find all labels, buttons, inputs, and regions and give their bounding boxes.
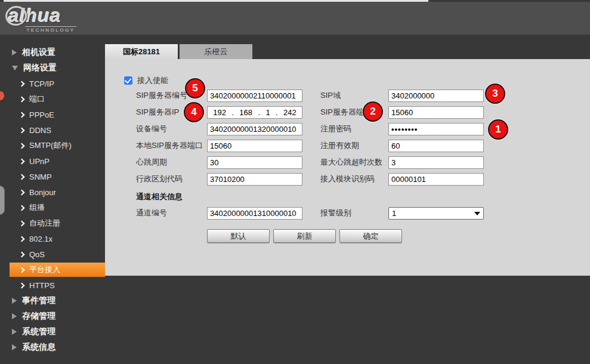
sidebar-item-label: UPnP <box>29 157 50 166</box>
alarm-level-value: 1 <box>392 209 396 218</box>
sidebar-item-label: 自动注册 <box>29 218 60 229</box>
triangle-right-icon <box>12 298 17 304</box>
channel-id-input[interactable] <box>207 207 302 220</box>
enable-access-label: 接入使能 <box>137 75 168 86</box>
sidebar-item-ddns[interactable]: DDNS <box>0 122 105 138</box>
enable-access-checkbox[interactable] <box>124 76 132 85</box>
max-heartbeat-timeout-input[interactable] <box>388 156 484 169</box>
chevron-right-icon <box>20 143 24 148</box>
sidebar-item-bonjour[interactable]: Bonjour <box>0 184 105 200</box>
chevron-right-icon <box>20 267 24 272</box>
tab-gb28181[interactable]: 国标28181 <box>105 44 178 59</box>
chevron-down-icon <box>474 212 480 215</box>
gb28181-settings-panel: 接入使能 SIP服务器编号 SIP服务器IP 192. 168. 1. 242 … <box>105 59 590 276</box>
enable-access-row: 接入使能 <box>124 75 168 86</box>
sidebar-item-tcpip[interactable]: TCP/IP <box>0 76 105 91</box>
register-validity-input[interactable] <box>388 140 484 152</box>
sip-server-id-input[interactable] <box>207 90 302 102</box>
sidebar-item-label: 802.1x <box>29 235 52 243</box>
ip-octet-2: 168 <box>239 108 252 117</box>
tab-label: 国标28181 <box>123 47 160 57</box>
sidebar-item-label: SMTP(邮件) <box>29 140 72 151</box>
heartbeat-period-input[interactable] <box>207 156 302 169</box>
sidebar-item-smtp[interactable]: SMTP(邮件) <box>0 138 105 153</box>
triangle-down-icon <box>12 66 18 70</box>
device-id-input[interactable] <box>207 123 302 135</box>
chevron-right-icon <box>20 81 24 86</box>
refresh-button[interactable]: 刷新 <box>273 229 336 243</box>
sidebar-item-label: 端口 <box>29 94 45 104</box>
tab-lechange-cloud[interactable]: 乐橙云 <box>180 44 252 59</box>
local-sip-port-input[interactable] <box>207 140 302 152</box>
device-id-label: 设备编号 <box>136 123 167 135</box>
sidebar-item-label: Bonjour <box>29 188 56 197</box>
sidebar-item-snmp[interactable]: SNMP <box>0 169 105 184</box>
default-button[interactable]: 默认 <box>207 229 270 243</box>
channel-section-title: 通道相关信息 <box>136 192 183 202</box>
ip-dot: . <box>258 108 260 117</box>
chevron-right-icon <box>20 128 24 132</box>
sidebar-item-multicast[interactable]: 组播 <box>0 200 105 215</box>
sip-domain-input[interactable] <box>388 90 484 102</box>
sidebar-item-pppoe[interactable]: PPPoE <box>0 107 105 122</box>
chevron-right-icon <box>20 283 24 288</box>
local-sip-port-label: 本地SIP服务器端口 <box>136 140 203 152</box>
alarm-level-label: 报警级别 <box>320 207 351 219</box>
sip-server-ip-input[interactable]: 192. 168. 1. 242 <box>207 106 302 119</box>
chevron-right-icon <box>20 252 24 257</box>
sidebar-item-label: 存储管理 <box>22 311 55 322</box>
sidebar-item-https[interactable]: HTTPS <box>0 277 105 293</box>
admin-region-code-label: 行政区划代码 <box>136 173 183 185</box>
chevron-right-icon <box>20 174 24 179</box>
sip-server-port-input[interactable] <box>388 106 484 119</box>
alarm-level-select[interactable]: 1 <box>388 207 484 220</box>
annotation-badge-1: 1 <box>488 119 508 140</box>
register-validity-label: 注册有效期 <box>320 140 359 152</box>
max-heartbeat-timeout-label: 最大心跳超时次数 <box>320 156 382 168</box>
sidebar-item-network-settings[interactable]: 网络设置 <box>0 60 105 76</box>
triangle-right-icon <box>12 313 17 319</box>
sidebar-item-label: HTTPS <box>29 281 55 290</box>
register-password-input[interactable] <box>388 123 484 135</box>
sidebar-item-system-management[interactable]: 系统管理 <box>0 324 105 340</box>
sidebar-item-label: 事件管理 <box>22 295 55 306</box>
logo-wordmark: alhua <box>8 5 110 26</box>
sidebar-item-camera-settings[interactable]: 相机设置 <box>0 45 105 60</box>
dahua-logo: alhua TECHNOLOGY <box>8 5 110 33</box>
channel-id-label: 通道编号 <box>136 207 167 219</box>
sidebar-item-platform-access[interactable]: 平台接入 <box>10 263 105 277</box>
sidebar-item-8021x[interactable]: 802.1x <box>0 231 105 246</box>
annotation-badge-4: 4 <box>184 102 204 122</box>
sidebar-item-label: DDNS <box>29 126 51 135</box>
sidebar-item-label: QoS <box>29 250 45 259</box>
sidebar-item-upnp[interactable]: UPnP <box>0 153 105 169</box>
tab-label: 乐橙云 <box>205 47 228 57</box>
sip-server-ip-label: SIP服务器IP <box>136 106 179 118</box>
annotation-badge-5: 5 <box>185 78 205 98</box>
sidebar-item-system-info[interactable]: 系统信息 <box>0 340 105 355</box>
ip-octet-3: 1 <box>265 108 270 117</box>
sidebar-item-label: 系统信息 <box>22 342 55 353</box>
chevron-right-icon <box>20 236 24 241</box>
access-module-id-label: 接入模块识别码 <box>320 173 375 185</box>
edge-collapse-handle[interactable] <box>0 186 5 215</box>
admin-region-code-input[interactable] <box>207 173 302 186</box>
sidebar-item-event-management[interactable]: 事件管理 <box>0 293 105 309</box>
confirm-button[interactable]: 确定 <box>339 229 402 243</box>
sidebar-item-storage-management[interactable]: 存储管理 <box>0 309 105 324</box>
sidebar-item-label: 相机设置 <box>22 47 55 58</box>
dahua-config-page: alhua TECHNOLOGY 相机设置 网络设置 TCP/IP 端口 PPP… <box>0 0 590 364</box>
ip-dot: . <box>231 108 234 117</box>
triangle-right-icon <box>12 50 17 55</box>
sip-server-id-label: SIP服务器编号 <box>136 90 187 101</box>
ip-dot: . <box>276 108 278 117</box>
sidebar-item-auto-register[interactable]: 自动注册 <box>0 215 105 231</box>
chevron-right-icon <box>20 221 24 226</box>
sidebar-item-label: TCP/IP <box>29 79 54 88</box>
triangle-right-icon <box>12 344 17 350</box>
access-module-id-input[interactable] <box>388 173 484 186</box>
sidebar-item-label: 网络设置 <box>23 63 57 73</box>
sidebar-item-port[interactable]: 端口 <box>0 91 105 107</box>
sidebar-item-qos[interactable]: QoS <box>0 246 105 262</box>
chevron-right-icon <box>20 205 24 210</box>
